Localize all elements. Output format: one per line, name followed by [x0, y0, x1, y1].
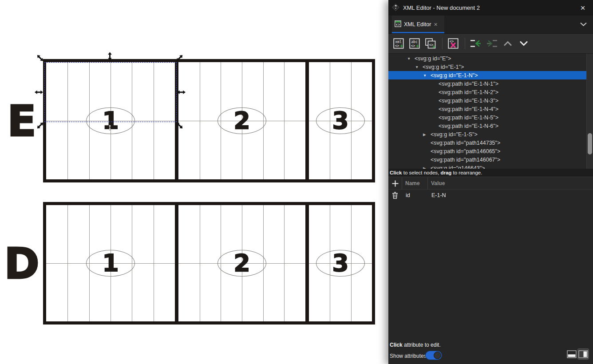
xml-node-tree: ▶<svg:g id="g146643"><svg:path id="path1…: [388, 54, 593, 169]
cell-number-text: 1: [102, 251, 119, 275]
tab-close-icon[interactable]: ×: [434, 21, 437, 28]
active-tab-indicator: [392, 32, 444, 33]
new-element-node-button[interactable]: xml<>+: [391, 36, 406, 51]
tree-hint-text: Click to select nodes, drag to rearrange…: [388, 169, 593, 177]
tree-node[interactable]: <svg:path id="path146067">: [388, 155, 593, 164]
expander-closed-icon[interactable]: ▶: [423, 132, 431, 137]
number-ellipse[interactable]: 3: [316, 250, 365, 277]
tree-node-text: <svg:g id="E">: [415, 55, 451, 62]
svg-text:+: +: [432, 44, 435, 49]
tree-node-selected[interactable]: ▼<svg:g id="E-1-N">: [388, 71, 593, 79]
tree-node-text: <svg:path id="path144735">: [431, 140, 500, 146]
cell-divider: [305, 62, 309, 179]
scale-handle-n[interactable]: [107, 52, 112, 61]
panel-footer: Click attribute to edit. Show attributes: [388, 339, 593, 364]
tree-node[interactable]: <svg:path id="E-1-N-1">: [388, 79, 593, 88]
close-dialog-button[interactable]: ×: [576, 2, 589, 14]
scale-handle-s[interactable]: [108, 125, 111, 131]
attribute-row[interactable]: idE-1-N: [388, 190, 593, 201]
number-ellipse[interactable]: 3: [316, 107, 365, 134]
new-text-node-button[interactable]: abc<>+: [407, 36, 422, 51]
layout-vertical-split-button[interactable]: [578, 349, 589, 359]
move-node-down-button[interactable]: [517, 36, 531, 51]
tree-node[interactable]: <svg:path id="path144735">: [388, 138, 593, 147]
tree-node-text: <svg:path id="E-1-N-6">: [439, 123, 498, 129]
tree-node-text: <svg:path id="E-1-N-2">: [439, 89, 498, 95]
number-ellipse[interactable]: 2: [217, 250, 266, 277]
panel-menu-chevron-icon[interactable]: [577, 18, 589, 31]
tree-scrollbar-thumb[interactable]: [588, 133, 592, 154]
tree-node-text: <svg:g id="g146643">: [431, 165, 485, 169]
tree-node[interactable]: ▶<svg:g id="E-1-S">: [388, 130, 593, 138]
tree-node[interactable]: <svg:path id="E-1-N-6">: [388, 122, 593, 130]
add-attribute-button[interactable]: [388, 178, 402, 190]
attribute-value[interactable]: E-1-N: [428, 192, 446, 198]
cell-number-text: 3: [332, 251, 349, 275]
toggle-knob: [434, 352, 441, 359]
drawing-canvas[interactable]: E123D123: [0, 0, 388, 364]
attribute-name[interactable]: id: [402, 192, 428, 198]
drawing-cell[interactable]: 2: [178, 62, 305, 179]
attr-name-header: Name: [402, 180, 427, 186]
tree-node-text: <svg:path id="E-1-N-4">: [439, 106, 498, 112]
duplicate-node-button[interactable]: <>+: [423, 36, 438, 51]
xml-toolbar: xml<>+ abc<>+ <>+ <>: [388, 34, 593, 54]
tree-node-text: <svg:g id="E-1-N">: [431, 72, 478, 79]
cell-number-text: 3: [332, 109, 349, 133]
tree-node[interactable]: <svg:path id="E-1-N-2">: [388, 88, 593, 96]
drawing-cell[interactable]: 1: [46, 205, 175, 321]
tree-node-text: <svg:path id="E-1-N-1">: [439, 81, 498, 87]
unindent-node-button[interactable]: [469, 36, 483, 51]
tree-node[interactable]: ▼<svg:g id="E-1">: [388, 63, 593, 71]
tree-node[interactable]: ▼<svg:g id="E">: [388, 54, 593, 63]
tree-node[interactable]: ▶<svg:g id="g146643">: [388, 164, 593, 169]
drawing-cell[interactable]: 3: [309, 62, 372, 179]
tree-node[interactable]: <svg:path id="E-1-N-4">: [388, 105, 593, 113]
cell-number-text: 2: [233, 109, 250, 133]
dialog-titlebar[interactable]: XML Editor - New document 2 ×: [388, 0, 593, 16]
row-label-text[interactable]: E: [4, 100, 39, 142]
cell-number-text: 2: [233, 251, 250, 275]
scale-handle-w[interactable]: [35, 90, 43, 95]
show-attributes-toggle[interactable]: [425, 351, 442, 360]
indent-node-button[interactable]: [485, 36, 499, 51]
expander-open-icon[interactable]: ▼: [407, 56, 415, 61]
tab-label: XML Editor: [404, 21, 431, 28]
svg-text:+: +: [400, 43, 403, 49]
attributes-header: Name Value: [388, 178, 593, 190]
tree-node-text: <svg:path id="E-1-N-5">: [439, 115, 498, 121]
tree-node[interactable]: <svg:path id="path146065">: [388, 147, 593, 155]
drawing-row: 123: [43, 202, 375, 324]
number-ellipse[interactable]: 1: [86, 250, 135, 277]
drawing-cell[interactable]: 3: [309, 205, 372, 321]
tree-node-text: <svg:path id="path146067">: [431, 157, 500, 163]
attribute-hint-text: Click attribute to edit.: [390, 342, 441, 348]
cell-divider: [175, 205, 178, 321]
layout-horizontal-split-button[interactable]: [566, 349, 577, 359]
expander-open-icon[interactable]: ▼: [423, 73, 431, 78]
tab-xml-editor[interactable]: XML Editor ×: [392, 16, 444, 33]
svg-text:+: +: [416, 43, 419, 49]
drawing-cell[interactable]: 2: [178, 205, 305, 321]
dialog-title: XML Editor - New document 2: [403, 4, 480, 11]
tree-node-text: <svg:g id="E-1">: [423, 64, 464, 70]
number-ellipse[interactable]: 2: [217, 107, 266, 134]
inkscape-window: E123D123 XML Editor - New document 2 × X…: [0, 0, 593, 364]
attr-value-header: Value: [428, 180, 445, 186]
scale-handle-e[interactable]: [177, 90, 186, 95]
row-label-text[interactable]: D: [4, 242, 39, 285]
delete-node-button[interactable]: <>: [446, 36, 460, 51]
move-node-up-button[interactable]: [501, 36, 515, 51]
toolbar-separator: [442, 38, 443, 49]
tree-node[interactable]: <svg:path id="E-1-N-3">: [388, 96, 593, 105]
tree-node-text: <svg:path id="E-1-N-3">: [439, 98, 498, 104]
xml-editor-dialog: XML Editor - New document 2 × XML Editor…: [388, 0, 593, 364]
tree-scrollbar-track[interactable]: [586, 54, 593, 169]
tree-node-text: <svg:g id="E-1-S">: [431, 131, 478, 138]
expander-open-icon[interactable]: ▼: [415, 65, 423, 69]
inkscape-logo-icon: [392, 4, 399, 12]
dialog-tabbar: XML Editor ×: [388, 16, 593, 34]
tree-node[interactable]: <svg:path id="E-1-N-5">: [388, 113, 593, 122]
svg-text:<>: <>: [411, 44, 415, 48]
delete-attribute-icon[interactable]: [388, 190, 402, 201]
